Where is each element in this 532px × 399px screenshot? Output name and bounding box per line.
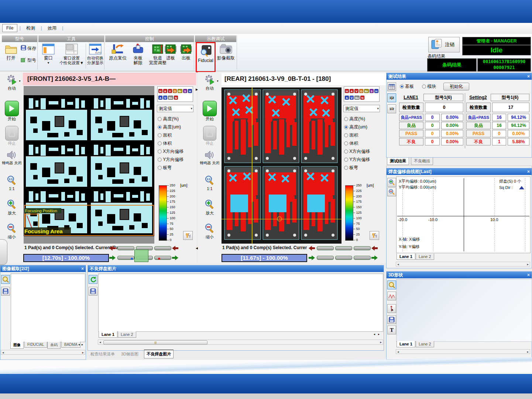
front-auto-button[interactable]: ▼ 自动	[1, 74, 23, 91]
front-pcb-image[interactable]: Focusing Position Focusing Area	[24, 95, 154, 236]
front-stop-button[interactable]: 停止	[1, 126, 23, 146]
save-button[interactable]: 保存	[21, 45, 38, 52]
shape-3d-view[interactable]	[396, 279, 532, 342]
radio-height-um[interactable]: 高度(um)	[158, 124, 183, 132]
chart-zoom-in-button[interactable]	[387, 178, 396, 187]
tab-3d-lane2[interactable]: Lane 2	[416, 341, 434, 347]
scrollbar-thumb[interactable]: |||	[103, 340, 207, 345]
filter-chip[interactable]: A	[350, 89, 354, 93]
tab-scroll-right-icon[interactable]: ▸	[82, 343, 83, 346]
rear-start-button[interactable]: 开始	[199, 101, 221, 122]
filter-chip[interactable]: A	[163, 89, 167, 93]
filter-chip[interactable]: O	[173, 89, 177, 93]
filter-chip[interactable]: V	[354, 89, 358, 93]
capture-save-button[interactable]	[1, 287, 10, 296]
menu-file[interactable]: File	[2, 24, 17, 32]
radio-base-board[interactable]: 基板	[400, 83, 414, 92]
radio-height-pct[interactable]: 高度(%)	[344, 116, 370, 124]
conveyor-bar[interactable]	[354, 246, 371, 250]
tab-offset-lane2[interactable]: Lane 2	[416, 254, 434, 260]
3d-measure-button[interactable]	[387, 304, 396, 313]
auto-split-button[interactable]: AUTO 自动切换 分屏显示	[87, 44, 103, 65]
filter-chip[interactable]: H	[158, 89, 162, 93]
capture-image-area[interactable]	[11, 274, 85, 342]
window-button[interactable]: 窗口 ▼	[40, 44, 57, 65]
filter-chip[interactable]: H	[188, 89, 192, 93]
conveyor-arrow-icon[interactable]	[109, 255, 116, 260]
filter-chip[interactable]: V	[350, 96, 354, 100]
filter-chip[interactable]: Bs	[354, 96, 360, 100]
rear-pcb-image[interactable]	[222, 87, 341, 244]
filter-chip[interactable]: O	[359, 89, 363, 93]
radio-x-offset[interactable]: X方向偏移	[344, 148, 370, 156]
bad-pad-refresh-button[interactable]	[89, 275, 97, 284]
close-icon[interactable]: ×	[81, 265, 84, 272]
radio-height-um[interactable]: 高度(um)	[344, 124, 370, 132]
conveyor-arrow-icon[interactable]	[309, 246, 315, 251]
filter-chip[interactable]: N	[360, 96, 364, 100]
radio-warp[interactable]: 板弯	[344, 165, 370, 173]
front-tools-button[interactable]	[183, 231, 193, 240]
3d-save-button[interactable]	[387, 315, 396, 324]
results-table-view-button[interactable]	[387, 82, 396, 91]
3d-profile-button[interactable]	[387, 292, 396, 300]
tab-capture-badmark[interactable]: BADMA	[61, 342, 80, 348]
close-icon[interactable]: ×	[527, 73, 530, 80]
clamp-release-button[interactable]: 夹板 解除	[130, 44, 146, 65]
radio-height-pct[interactable]: 高度(%)	[158, 116, 183, 124]
conveyor-bar[interactable]	[317, 256, 334, 260]
tab-offset-lane1[interactable]: Lane 1	[397, 254, 415, 260]
front-value-type-select[interactable]: 测定值 ▾	[157, 105, 193, 112]
3d-magnifier-button[interactable]	[387, 281, 396, 289]
window-settings-button[interactable]: 窗口设置 个性化设置▼	[58, 44, 85, 65]
shape-3d-scrollbar[interactable]: ◂▸	[396, 349, 530, 354]
filter-chip[interactable]: Bs	[168, 96, 173, 100]
conveyor-arrow-icon[interactable]	[172, 255, 178, 260]
front-buzzer-button[interactable]: 蜂鸣器 关闭	[1, 150, 23, 166]
tab-scroll-right-icon[interactable]: ▸	[378, 333, 380, 336]
front-one-to-one-button[interactable]: 1:1 1:1	[1, 175, 23, 191]
board-out-button[interactable]: 出板	[179, 44, 193, 61]
initialize-button[interactable]: 初始化	[443, 83, 469, 90]
tab-capture-image[interactable]: 图像	[10, 342, 24, 349]
tab-badpad-lane2[interactable]: Lane 2	[118, 331, 136, 338]
origin-reset-button[interactable]: 原点复位	[107, 44, 128, 61]
bad-pad-scrollbar[interactable]: ◂▸ |||	[98, 340, 383, 345]
rear-stop-button[interactable]: 停止	[199, 126, 221, 146]
rear-tools-button[interactable]	[370, 231, 379, 240]
radio-x-offset[interactable]: X方向偏移	[158, 148, 183, 156]
rear-zoom-in-button[interactable]: 放大	[199, 199, 221, 216]
rear-zoom-out-button[interactable]: 缩小	[199, 223, 221, 240]
offset-chart-scrollbar[interactable]: ◂▸	[396, 262, 530, 266]
tab-3d-lane1[interactable]: Lane 1	[397, 341, 415, 347]
radio-warp[interactable]: 板弯	[158, 165, 183, 173]
chart-zoom-out-button[interactable]	[387, 188, 396, 196]
menu-inspect[interactable]: 检测	[23, 24, 39, 32]
logout-button[interactable]: 注销	[428, 37, 460, 52]
filter-chip[interactable]: V	[163, 96, 167, 100]
close-icon[interactable]: ×	[527, 168, 530, 175]
tab-3d-side-view[interactable]: 3D侧面图	[119, 350, 141, 358]
filter-chip[interactable]: V	[168, 89, 172, 93]
results-split-stacked-button[interactable]: 1/2	[387, 104, 396, 113]
front-zoom-in-button[interactable]: 放大	[1, 199, 23, 216]
conveyor-bar[interactable]	[154, 256, 171, 260]
collapsed-panel-handle[interactable]	[0, 239, 7, 265]
filter-chip[interactable]: S	[183, 89, 187, 93]
front-start-button[interactable]: 开始	[1, 101, 23, 122]
menu-utility[interactable]: 效用	[44, 24, 60, 32]
filter-chip[interactable]: N	[174, 96, 178, 100]
model-button[interactable]: 型号	[21, 57, 38, 63]
filter-chip[interactable]: H	[374, 89, 378, 93]
image-capture-button[interactable]: 影像截取	[216, 44, 236, 61]
fiducial-button[interactable]: Fiducial	[196, 42, 216, 72]
filter-chip[interactable]: S	[370, 89, 374, 93]
3d-text-button[interactable]: T	[387, 326, 396, 334]
tab-capture-fiducial[interactable]: FIDUCIAL	[24, 342, 47, 348]
capture-magnifier-button[interactable]	[1, 275, 10, 284]
conveyor-bar[interactable]	[117, 246, 134, 250]
tab-test-results[interactable]: 测试结果	[387, 158, 409, 165]
radio-y-offset[interactable]: Y方向偏移	[344, 156, 370, 165]
conveyor-bar[interactable]	[354, 256, 371, 260]
tab-defect-summary[interactable]: 不良概括	[411, 158, 433, 165]
